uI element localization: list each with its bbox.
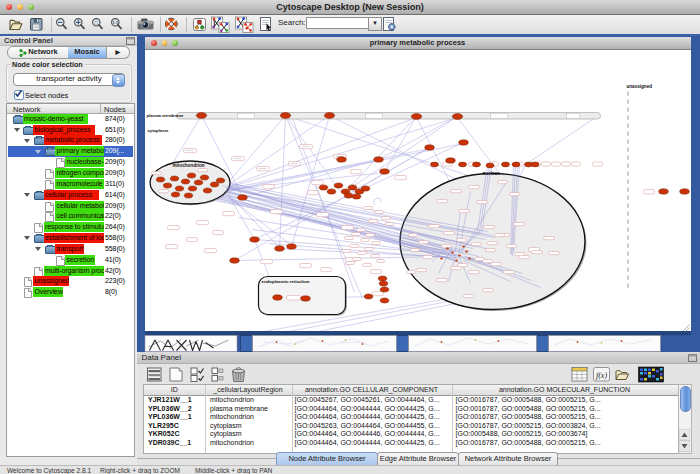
svg-text:cytoplasm: cytoplasm (147, 128, 168, 133)
svg-text:mitochondrion: mitochondrion (172, 163, 204, 168)
svg-text:▢: ▢ (94, 20, 98, 25)
svg-text:plasma membrane: plasma membrane (146, 112, 183, 117)
svg-text:endoplasmic reticulum: endoplasmic reticulum (261, 279, 309, 284)
svg-text:f(x): f(x) (595, 371, 606, 380)
svg-text:unassigned: unassigned (626, 83, 652, 88)
svg-text:1:1: 1:1 (113, 21, 119, 25)
svg-text:nucleus: nucleus (482, 171, 500, 176)
